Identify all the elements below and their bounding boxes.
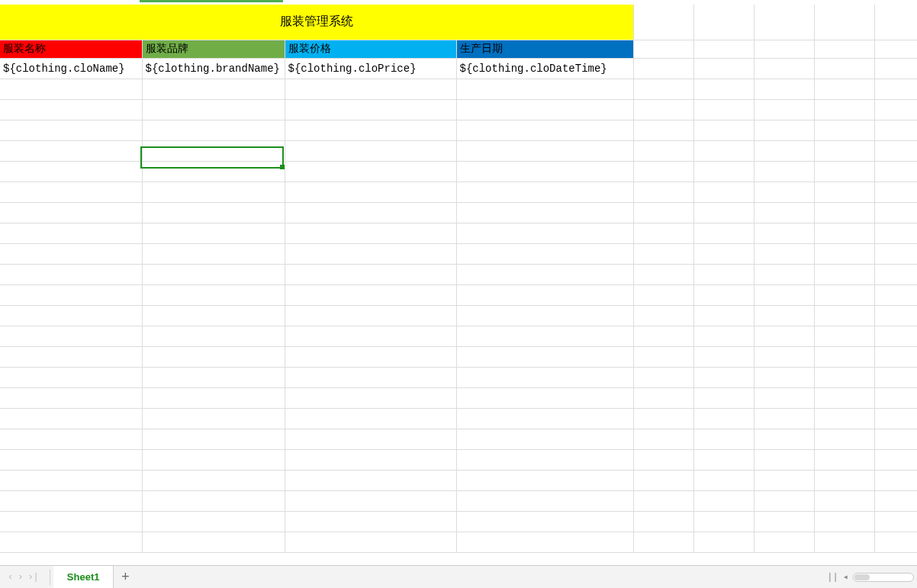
cell[interactable]	[814, 79, 874, 99]
cell[interactable]	[456, 140, 633, 161]
split-handle-icon[interactable]: ||	[827, 572, 838, 583]
cell[interactable]	[754, 532, 814, 552]
cell[interactable]	[754, 161, 814, 182]
nav-next-icon[interactable]: ›	[18, 572, 23, 583]
cell[interactable]	[814, 161, 874, 182]
cell[interactable]	[456, 99, 633, 120]
cell[interactable]	[693, 79, 754, 99]
sheet-tab-active[interactable]: Sheet1	[53, 566, 114, 588]
cell[interactable]	[142, 243, 285, 264]
cell[interactable]	[142, 223, 285, 243]
cell[interactable]	[693, 182, 754, 202]
cell[interactable]	[0, 346, 142, 367]
cell[interactable]	[633, 305, 693, 326]
table-row[interactable]	[0, 79, 917, 99]
cell[interactable]	[633, 120, 693, 140]
cell[interactable]	[285, 264, 456, 284]
cell[interactable]	[142, 532, 285, 552]
cell[interactable]	[874, 490, 917, 511]
cell[interactable]	[633, 367, 693, 387]
cell[interactable]	[285, 326, 456, 346]
cell[interactable]	[693, 202, 754, 223]
table-row[interactable]	[0, 387, 917, 408]
cell[interactable]	[874, 346, 917, 367]
cell[interactable]	[456, 387, 633, 408]
cell[interactable]	[814, 202, 874, 223]
header-cell-brand[interactable]: 服装品牌	[142, 40, 285, 58]
cell[interactable]	[693, 367, 754, 387]
cell[interactable]	[693, 326, 754, 346]
cell[interactable]	[456, 408, 633, 429]
table-row[interactable]	[0, 305, 917, 326]
cell[interactable]	[456, 532, 633, 552]
cell[interactable]	[754, 367, 814, 387]
title-row[interactable]: 服装管理系统	[0, 5, 917, 40]
cell[interactable]	[874, 367, 917, 387]
cell[interactable]	[0, 264, 142, 284]
cell[interactable]	[814, 5, 874, 40]
cell[interactable]	[754, 58, 814, 79]
table-row[interactable]	[0, 182, 917, 202]
cell[interactable]	[874, 284, 917, 305]
cell[interactable]	[142, 490, 285, 511]
cell[interactable]	[0, 408, 142, 429]
cell[interactable]	[633, 284, 693, 305]
table-row[interactable]	[0, 140, 917, 161]
cell[interactable]	[142, 387, 285, 408]
cell[interactable]	[874, 532, 917, 552]
cell[interactable]	[456, 79, 633, 99]
cell[interactable]	[285, 79, 456, 99]
cell[interactable]	[142, 99, 285, 120]
cell[interactable]	[633, 79, 693, 99]
cell[interactable]	[754, 140, 814, 161]
cell[interactable]	[693, 58, 754, 79]
cell[interactable]	[0, 284, 142, 305]
cell[interactable]	[693, 387, 754, 408]
cell[interactable]	[633, 511, 693, 532]
header-cell-price[interactable]: 服装价格	[285, 40, 456, 58]
cell[interactable]	[142, 140, 285, 161]
cell[interactable]	[693, 161, 754, 182]
cell[interactable]	[693, 532, 754, 552]
cell[interactable]	[285, 408, 456, 429]
cell[interactable]	[693, 470, 754, 490]
cell[interactable]	[874, 120, 917, 140]
cell[interactable]	[814, 470, 874, 490]
cell[interactable]	[0, 161, 142, 182]
cell[interactable]	[814, 367, 874, 387]
cell[interactable]	[874, 429, 917, 449]
cell[interactable]	[456, 305, 633, 326]
cell[interactable]	[693, 429, 754, 449]
header-cell-name[interactable]: 服装名称	[0, 40, 142, 58]
cell[interactable]	[0, 99, 142, 120]
table-row[interactable]	[0, 223, 917, 243]
cell[interactable]	[456, 202, 633, 223]
cell[interactable]	[0, 429, 142, 449]
cell[interactable]	[874, 99, 917, 120]
cell[interactable]	[456, 223, 633, 243]
cell[interactable]	[142, 408, 285, 429]
table-row[interactable]	[0, 449, 917, 470]
cell[interactable]	[693, 346, 754, 367]
cell[interactable]	[633, 58, 693, 79]
cell[interactable]	[285, 182, 456, 202]
cell[interactable]	[142, 511, 285, 532]
cell[interactable]	[693, 490, 754, 511]
table-row[interactable]	[0, 346, 917, 367]
cell[interactable]	[285, 429, 456, 449]
cell[interactable]	[142, 429, 285, 449]
cell[interactable]	[754, 202, 814, 223]
data-cell-date[interactable]: ${clothing.cloDateTime}	[456, 58, 633, 79]
grid-area[interactable]: 服装管理系统 服装名称 服装品牌 服装价格 生产日期 ${clothing.cl…	[0, 5, 917, 565]
cell[interactable]	[285, 284, 456, 305]
cell[interactable]	[693, 511, 754, 532]
table-row[interactable]	[0, 326, 917, 346]
cell[interactable]	[754, 182, 814, 202]
cell[interactable]	[874, 140, 917, 161]
cell[interactable]	[633, 346, 693, 367]
cell[interactable]	[754, 490, 814, 511]
cell[interactable]	[456, 449, 633, 470]
cell[interactable]	[0, 490, 142, 511]
table-row[interactable]	[0, 284, 917, 305]
nav-last-icon[interactable]: ›|	[27, 572, 38, 583]
